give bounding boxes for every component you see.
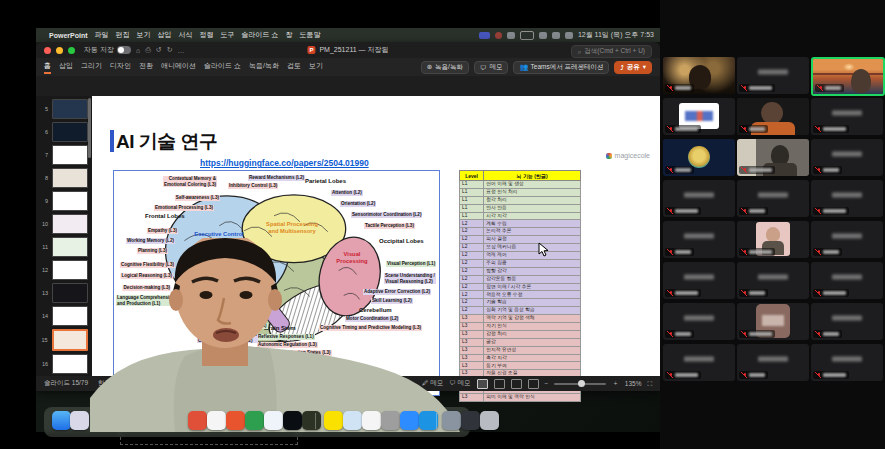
ribbon-tab[interactable]: 전환 (139, 61, 153, 74)
zoom-slider[interactable] (554, 383, 606, 385)
slide-sorter-button[interactable] (494, 379, 505, 389)
menu-슬라이드 쇼[interactable]: 슬라이드 쇼 (242, 30, 279, 40)
slide-thumbnail-9[interactable]: 9 (40, 191, 88, 211)
thumbnail-scrollbar[interactable] (88, 98, 91, 158)
normal-view-button[interactable] (477, 379, 488, 389)
zoom-out-button[interactable]: − (545, 380, 549, 387)
home-icon[interactable]: ⌂ (136, 47, 140, 54)
input-source-icon[interactable] (479, 32, 490, 39)
menu-편집[interactable]: 편집 (116, 30, 130, 40)
ribbon-tab[interactable]: 홈 (44, 61, 51, 74)
participant-tile[interactable] (811, 139, 883, 176)
participant-tile[interactable] (737, 180, 809, 217)
zoom-dock-icon[interactable] (400, 411, 419, 430)
slide-thumbnail-5[interactable]: 5 (40, 99, 88, 119)
menu-정렬[interactable]: 정렬 (200, 30, 214, 40)
slide-thumbnail-10[interactable]: 10 (40, 214, 88, 234)
participant-tile[interactable] (737, 303, 809, 340)
participant-tile[interactable] (663, 139, 735, 176)
ribbon-tab[interactable]: 삽입 (59, 61, 73, 74)
menu-삽입[interactable]: 삽입 (158, 30, 172, 40)
participant-tile[interactable] (663, 303, 735, 340)
active-speaker-tile[interactable] (811, 57, 885, 96)
participant-tile[interactable] (663, 344, 735, 381)
reading-view-button[interactable] (511, 379, 522, 389)
excel-dock-icon[interactable] (245, 411, 264, 430)
participant-tile[interactable] (737, 98, 809, 135)
participant-tile[interactable] (663, 221, 735, 258)
app-partial-dock-icon[interactable] (70, 411, 89, 430)
ribbon-tab[interactable]: 디자인 (110, 61, 131, 74)
downloads-folder-dock-icon[interactable] (442, 411, 461, 430)
print-icon[interactable]: ⎙ (145, 46, 151, 54)
ribbon-tab[interactable]: 검토 (287, 61, 301, 74)
zoom-in-button[interactable]: ＋ (612, 379, 619, 388)
battery-icon[interactable] (520, 31, 534, 40)
app-grid-dock-icon[interactable] (302, 411, 321, 430)
app-starburst-dock-icon[interactable] (226, 411, 245, 430)
zoom-window-button[interactable] (68, 47, 75, 54)
share-button[interactable]: ⤴ 공유 ▾ (614, 61, 652, 74)
ribbon-tab[interactable]: 보기 (309, 61, 323, 74)
finder-dock-icon[interactable] (52, 411, 71, 430)
paper-link[interactable]: https://huggingface.co/papers/2504.01990 (200, 158, 369, 168)
minimize-button[interactable] (56, 47, 63, 54)
app-spiral-dock-icon[interactable] (362, 411, 381, 430)
record-button[interactable]: ⊛ 녹음/녹화 (421, 61, 469, 74)
slide-thumbnail-8[interactable]: 8 (40, 168, 88, 188)
participant-tile[interactable] (811, 98, 883, 135)
screenshot-preview-dock-icon[interactable] (461, 411, 480, 430)
participant-tile[interactable] (663, 262, 735, 299)
more-icon[interactable]: … (178, 47, 185, 54)
control-center-icon[interactable] (565, 32, 573, 39)
ribbon-tab[interactable]: 슬라이드 쇼 (204, 61, 241, 74)
participant-tile[interactable] (737, 344, 809, 381)
menu-보기[interactable]: 보기 (137, 30, 151, 40)
participant-tile[interactable] (663, 98, 735, 135)
participant-tile[interactable] (663, 57, 735, 94)
app-circle-dock-icon[interactable] (207, 411, 226, 430)
app-red-dock-icon[interactable] (188, 411, 207, 430)
app-head-dock-icon[interactable] (343, 411, 362, 430)
participant-tile[interactable] (811, 344, 883, 381)
app-spiral-grey-dock-icon[interactable] (381, 411, 400, 430)
participant-tile[interactable] (811, 180, 883, 217)
trash-dock-icon[interactable] (480, 411, 499, 430)
kakaotalk-dock-icon[interactable] (324, 411, 343, 430)
search-icon[interactable] (552, 32, 560, 39)
redo-icon[interactable]: ↻ (167, 46, 173, 54)
menu-창[interactable]: 창 (285, 30, 292, 40)
slideshow-button[interactable] (528, 379, 539, 389)
teams-present-button[interactable]: 👥 Teams에서 프레젠테이션 (513, 61, 609, 74)
participant-tile[interactable] (737, 221, 809, 258)
ribbon-tab[interactable]: 애니메이션 (161, 61, 196, 74)
close-button[interactable] (44, 47, 51, 54)
participant-tile[interactable] (811, 303, 883, 340)
menu-파일[interactable]: 파일 (95, 30, 109, 40)
search-input[interactable]: ⌕ 검색(Cmd + Ctrl + U) (571, 45, 652, 58)
autosave-switch[interactable] (117, 46, 131, 54)
zoom-percentage[interactable]: 135% (625, 380, 642, 387)
participant-tile[interactable] (811, 221, 883, 258)
menu-서식[interactable]: 서식 (179, 30, 193, 40)
undo-icon[interactable]: ↺ (156, 46, 162, 54)
participant-tile[interactable] (737, 139, 809, 176)
participant-tile[interactable] (811, 262, 883, 299)
wifi-icon[interactable] (539, 32, 547, 39)
sonar-dock-icon[interactable] (283, 411, 302, 430)
participant-tile[interactable] (663, 180, 735, 217)
menu-도움말[interactable]: 도움말 (299, 30, 320, 40)
menubar-clock[interactable]: 12월 11일 (목) 오후 7:53 (578, 30, 654, 40)
fullscreen-button[interactable]: ⛶ (647, 380, 652, 388)
ribbon-tab[interactable]: 녹음/녹화 (249, 61, 279, 74)
display-icon[interactable] (507, 32, 515, 39)
menu-도구[interactable]: 도구 (221, 30, 235, 40)
slide-thumbnail-6[interactable]: 6 (40, 122, 88, 142)
ribbon-tab[interactable]: 그리기 (81, 61, 102, 74)
record-status-icon[interactable] (495, 32, 502, 39)
participant-tile[interactable] (737, 262, 809, 299)
autosave-toggle[interactable]: 자동 저장 (84, 45, 131, 55)
slide-thumbnail-7[interactable]: 7 (40, 145, 88, 165)
edge-dock-icon[interactable] (264, 411, 283, 430)
memo-button[interactable]: 🗩 메모 (474, 61, 509, 74)
